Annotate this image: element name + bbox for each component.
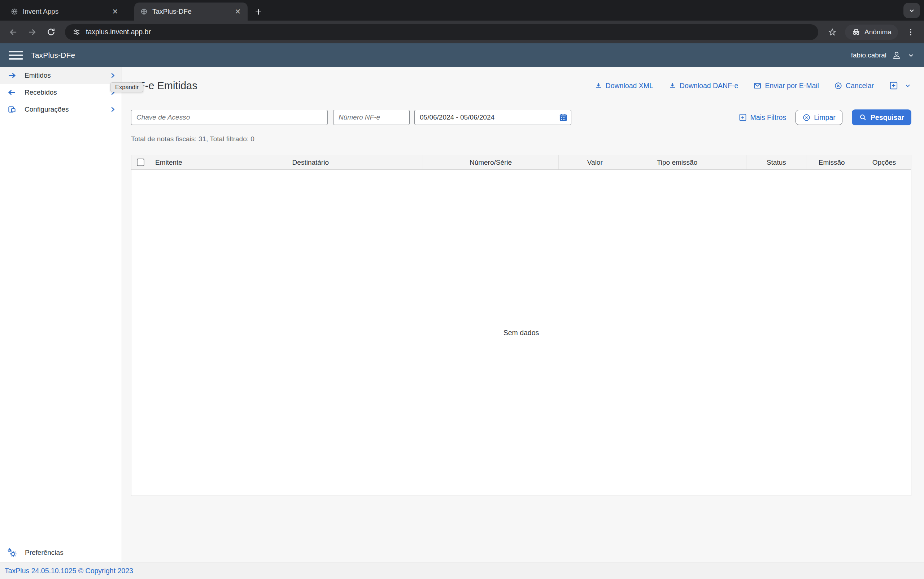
app-body: Emitidos Recebidos Configurações bbox=[0, 67, 924, 562]
sidebar-item-recebidos[interactable]: Recebidos bbox=[0, 84, 122, 101]
column-header-numero-serie: Número/Série bbox=[423, 155, 559, 169]
arrow-right-icon bbox=[7, 71, 16, 80]
globe-icon bbox=[10, 8, 18, 16]
globe-icon bbox=[140, 8, 148, 16]
tab-search-chevron-button[interactable] bbox=[903, 3, 920, 18]
clear-circle-icon bbox=[802, 113, 811, 122]
reload-icon[interactable] bbox=[42, 24, 59, 41]
numero-nfe-input[interactable] bbox=[333, 110, 410, 125]
hamburger-icon[interactable] bbox=[9, 48, 23, 62]
mais-filtros-button[interactable]: Mais Filtros bbox=[738, 113, 787, 122]
browser-tab-taxplus[interactable]: TaxPlus-DFe ✕ bbox=[134, 3, 248, 21]
footer-version-link[interactable]: TaxPlus 24.05.10.1025 © Copyright 2023 bbox=[5, 567, 133, 575]
column-header-emissao: Emissão bbox=[806, 155, 857, 169]
preferences-label: Preferências bbox=[25, 549, 64, 557]
tab-title: TaxPlus-DFe bbox=[152, 8, 229, 16]
browser-tab-strip: Invent Apps ✕ TaxPlus-DFe ✕ bbox=[0, 0, 924, 21]
nfe-table: Emitente Destinatário Número/Série Valor… bbox=[131, 155, 911, 496]
new-tab-button[interactable] bbox=[251, 5, 266, 19]
user-icon[interactable] bbox=[891, 50, 902, 61]
add-box-icon bbox=[738, 113, 747, 122]
back-icon[interactable] bbox=[5, 24, 22, 41]
table-empty-state: Sem dados bbox=[131, 170, 911, 496]
table-header-row: Emitente Destinatário Número/Série Valor… bbox=[131, 155, 911, 170]
app-header: TaxPlus-DFe fabio.cabral bbox=[0, 43, 924, 67]
sidebar-item-label: Recebidos bbox=[24, 88, 101, 96]
gears-icon bbox=[7, 548, 17, 558]
copy-icon bbox=[7, 105, 16, 114]
close-icon[interactable]: ✕ bbox=[111, 7, 120, 16]
site-settings-icon[interactable] bbox=[72, 28, 81, 36]
sidebar: Emitidos Recebidos Configurações bbox=[0, 67, 122, 562]
email-icon bbox=[753, 82, 761, 90]
pesquisar-button[interactable]: Pesquisar bbox=[852, 110, 911, 125]
sidebar-item-configuracoes[interactable]: Configurações bbox=[0, 101, 122, 118]
chevron-down-icon[interactable] bbox=[907, 51, 915, 60]
column-header-destinatario: Destinatário bbox=[287, 155, 424, 169]
download-danfe-button[interactable]: Download DANF-e bbox=[668, 82, 738, 90]
chevron-right-icon[interactable] bbox=[109, 72, 117, 80]
bookmark-star-icon[interactable] bbox=[824, 24, 841, 41]
column-header-emitente: Emitente bbox=[150, 155, 287, 169]
chevron-down-icon[interactable] bbox=[904, 82, 911, 89]
forward-icon[interactable] bbox=[24, 24, 41, 41]
download-icon bbox=[595, 82, 602, 90]
download-icon bbox=[668, 82, 676, 90]
column-header-tipo-emissao: Tipo emissão bbox=[608, 155, 747, 169]
browser-tab-invent-apps[interactable]: Invent Apps ✕ bbox=[5, 3, 125, 21]
url-bar[interactable]: taxplus.invent.app.br bbox=[65, 24, 818, 40]
sidebar-item-emitidos[interactable]: Emitidos bbox=[0, 67, 122, 84]
incognito-label: Anônima bbox=[864, 28, 891, 36]
main-content: NF-e Emitidas Download XML Download DANF… bbox=[122, 67, 924, 562]
add-box-icon[interactable] bbox=[889, 81, 898, 90]
chave-de-acesso-input[interactable] bbox=[131, 110, 328, 125]
incognito-badge: Anônima bbox=[845, 25, 898, 40]
tab-title: Invent Apps bbox=[23, 8, 106, 16]
menu-dots-icon[interactable] bbox=[902, 24, 919, 41]
incognito-icon bbox=[851, 28, 861, 37]
browser-toolbar: taxplus.invent.app.br Anônima bbox=[0, 21, 924, 43]
totals-text: Total de notas fiscais: 31, Total filtra… bbox=[131, 135, 911, 143]
cancel-circle-icon bbox=[834, 82, 843, 90]
app-title: TaxPlus-DFe bbox=[31, 51, 75, 60]
calendar-icon[interactable] bbox=[558, 113, 568, 123]
app-footer: TaxPlus 24.05.10.1025 © Copyright 2023 bbox=[0, 562, 924, 579]
url-text: taxplus.invent.app.br bbox=[86, 28, 151, 36]
select-all-checkbox[interactable] bbox=[131, 155, 150, 169]
send-email-button[interactable]: Enviar por E-Mail bbox=[753, 82, 819, 90]
date-range-value[interactable] bbox=[420, 113, 558, 121]
arrow-left-icon bbox=[7, 88, 16, 97]
date-range-input[interactable] bbox=[414, 110, 571, 125]
search-icon bbox=[859, 113, 867, 121]
sidebar-item-label: Emitidos bbox=[24, 72, 101, 80]
download-xml-button[interactable]: Download XML bbox=[595, 82, 653, 90]
column-header-opcoes: Opções bbox=[857, 155, 911, 169]
close-icon[interactable]: ✕ bbox=[233, 7, 243, 16]
expand-tooltip: Expandir bbox=[111, 82, 143, 92]
sidebar-item-preferencias[interactable]: Preferências bbox=[0, 543, 122, 562]
column-header-valor: Valor bbox=[559, 155, 608, 169]
empty-text: Sem dados bbox=[504, 329, 539, 337]
cancel-button[interactable]: Cancelar bbox=[834, 82, 874, 90]
sidebar-item-label: Configurações bbox=[24, 105, 101, 113]
chevron-right-icon[interactable] bbox=[109, 105, 117, 113]
limpar-button[interactable]: Limpar bbox=[795, 110, 843, 125]
column-header-status: Status bbox=[746, 155, 806, 169]
user-name: fabio.cabral bbox=[851, 51, 887, 59]
